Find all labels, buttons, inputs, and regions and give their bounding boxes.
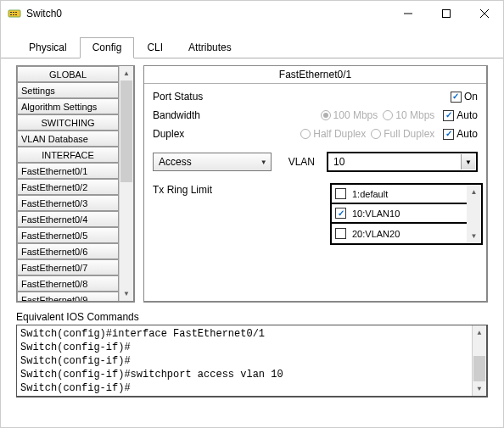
ios-line: Switch(config-if)# (20, 354, 483, 368)
main-panel: FastEthernet0/1 Port Status On Bandwidth… (143, 65, 488, 303)
svg-rect-6 (15, 14, 17, 15)
tab-attributes[interactable]: Attributes (176, 37, 244, 58)
ios-scrollbar[interactable]: ▲ ▼ (472, 325, 486, 396)
port-status-label: Port Status (153, 91, 203, 103)
close-button[interactable] (465, 1, 503, 26)
sidebar-item-vlan-database[interactable]: VLAN Database (17, 131, 119, 147)
sidebar: GLOBAL Settings Algorithm Settings SWITC… (16, 65, 135, 303)
maximize-button[interactable] (427, 1, 465, 26)
svg-rect-1 (10, 12, 12, 13)
chevron-down-icon[interactable]: ▼ (461, 154, 475, 170)
bw-10-radio: 10 Mbps (383, 109, 434, 121)
sidebar-item-fe07[interactable]: FastEthernet0/7 (17, 259, 119, 275)
port-mode-value: Access (159, 156, 192, 168)
window-title: Switch0 (26, 8, 62, 19)
scroll-down-icon[interactable]: ▼ (473, 381, 486, 396)
sidebar-item-algorithm-settings[interactable]: Algorithm Settings (17, 98, 119, 114)
sidebar-item-fe05[interactable]: FastEthernet0/5 (17, 227, 119, 243)
full-duplex-radio: Full Duplex (371, 128, 434, 140)
on-label: On (464, 91, 478, 103)
port-mode-combo[interactable]: Access ▼ (153, 153, 272, 171)
half-duplex-radio: Half Duplex (300, 128, 366, 140)
bandwidth-label: Bandwidth (153, 109, 200, 121)
tab-physical[interactable]: Physical (16, 37, 80, 58)
scroll-thumb[interactable] (473, 356, 485, 381)
checkbox-icon (451, 92, 462, 103)
sidebar-item-fe01[interactable]: FastEthernet0/1 (17, 163, 119, 179)
tab-cli[interactable]: CLI (134, 37, 176, 58)
chevron-down-icon: ▼ (260, 158, 267, 166)
sidebar-item-fe06[interactable]: FastEthernet0/6 (17, 243, 119, 259)
ios-line: Switch(config)#interface FastEthernet0/1 (20, 327, 483, 341)
vlan-option-10[interactable]: 10:VLAN10 (332, 204, 467, 224)
tab-config[interactable]: Config (80, 37, 135, 58)
vlan-combo[interactable]: 10 ▼ (327, 152, 478, 172)
scroll-up-icon[interactable]: ▲ (473, 325, 486, 340)
dropdown-scrollbar[interactable]: ▲ ▼ (467, 185, 481, 243)
ios-commands-label: Equivalent IOS Commands (16, 311, 488, 323)
vlan-label: VLAN (288, 156, 315, 168)
vlan-value: 10 (333, 156, 344, 168)
svg-rect-5 (13, 14, 14, 15)
ios-line: Switch(config-if)# (20, 381, 483, 395)
ios-line: Switch(config-if)#switchport access vlan… (20, 368, 483, 381)
interface-title: FastEthernet0/1 (144, 66, 486, 84)
svg-rect-0 (8, 10, 20, 17)
sidebar-item-settings[interactable]: Settings (17, 82, 119, 98)
svg-rect-3 (15, 12, 17, 13)
bw-100-radio: 100 Mbps (321, 109, 378, 121)
bw-auto-checkbox[interactable]: Auto (443, 109, 478, 121)
duplex-auto-checkbox[interactable]: Auto (443, 128, 478, 140)
sidebar-item-fe04[interactable]: FastEthernet0/4 (17, 211, 119, 227)
titlebar: Switch0 (1, 1, 503, 26)
vlan-option-20[interactable]: 20:VLAN20 (332, 224, 467, 243)
sidebar-header-global[interactable]: GLOBAL (17, 66, 119, 82)
sidebar-header-switching[interactable]: SWITCHING (17, 114, 119, 131)
scroll-up-icon[interactable]: ▲ (120, 66, 133, 81)
checkbox-icon (443, 110, 454, 121)
duplex-label: Duplex (153, 128, 184, 140)
tab-bar: Physical Config CLI Attributes (1, 26, 503, 58)
vlan-option-1[interactable]: 1:default (332, 185, 467, 204)
app-icon (8, 7, 21, 20)
ios-commands-box[interactable]: Switch(config)#interface FastEthernet0/1… (16, 325, 488, 397)
sidebar-header-interface[interactable]: INTERFACE (17, 147, 119, 163)
checkbox-icon (335, 208, 346, 219)
sidebar-item-fe03[interactable]: FastEthernet0/3 (17, 195, 119, 211)
svg-rect-8 (442, 10, 450, 18)
ios-line: Switch(config-if)# (20, 341, 483, 354)
sidebar-scrollbar[interactable]: ▲ ▼ (119, 66, 133, 301)
sidebar-item-fe09[interactable]: FastEthernet0/9 (17, 292, 119, 303)
checkbox-icon (335, 228, 346, 239)
scroll-thumb[interactable] (120, 81, 132, 182)
scroll-down-icon[interactable]: ▼ (120, 286, 133, 301)
svg-rect-4 (10, 14, 12, 15)
checkbox-icon (443, 129, 454, 140)
checkbox-icon (335, 188, 346, 199)
window-controls (389, 1, 503, 26)
vlan-dropdown: 1:default 10:VLAN10 20:VLAN20 ▲ ▼ (330, 183, 483, 245)
sidebar-item-fe02[interactable]: FastEthernet0/2 (17, 179, 119, 195)
sidebar-item-fe08[interactable]: FastEthernet0/8 (17, 275, 119, 292)
tx-ring-label: Tx Ring Limit (153, 184, 212, 196)
port-status-checkbox[interactable]: On (451, 91, 478, 103)
scroll-up-icon[interactable]: ▲ (467, 185, 481, 199)
scroll-down-icon[interactable]: ▼ (467, 229, 481, 243)
svg-rect-2 (13, 12, 14, 13)
minimize-button[interactable] (389, 1, 427, 26)
